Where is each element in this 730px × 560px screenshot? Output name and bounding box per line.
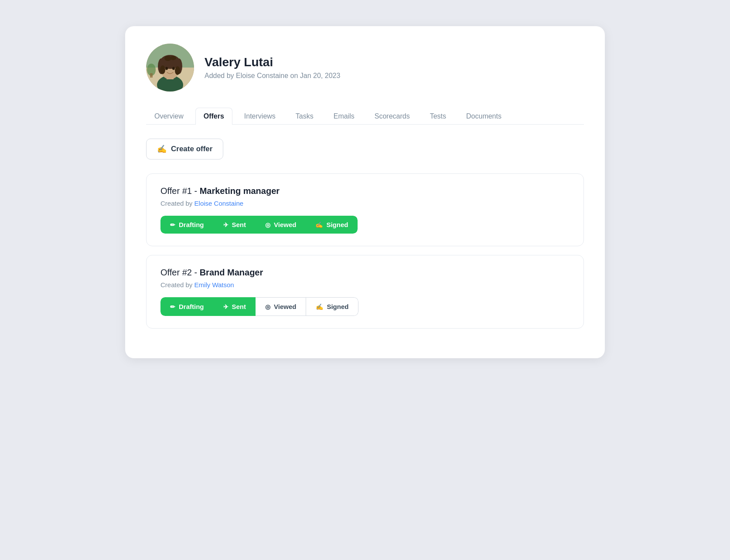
drafting-label: Drafting — [179, 221, 204, 228]
offer-2-status-bar: ✏ Drafting ✈ Sent ◎ Viewed ✍ Signed — [160, 297, 358, 316]
sent-icon: ✈ — [223, 221, 229, 228]
drafting-icon-2: ✏ — [170, 303, 175, 310]
tab-tests[interactable]: Tests — [422, 108, 454, 125]
offer-1-step-sent: ✈ Sent — [214, 216, 256, 234]
svg-point-12 — [165, 67, 168, 70]
offer-2-step-viewed: ◎ Viewed — [256, 297, 306, 316]
svg-point-9 — [175, 66, 180, 75]
sent-label-2: Sent — [232, 303, 246, 310]
offer-2-title: Offer #2 - Brand Manager — [160, 268, 570, 278]
offer-2-creator-link[interactable]: Emily Watson — [194, 281, 234, 288]
offer-1-step-drafting: ✏ Drafting — [160, 216, 214, 234]
viewed-icon-2: ◎ — [265, 303, 270, 310]
signed-icon: ✍ — [315, 221, 323, 228]
offer-card-1: Offer #1 - Marketing manager Created by … — [146, 173, 584, 246]
tab-scorecards[interactable]: Scorecards — [366, 108, 418, 125]
create-offer-icon: ✍ — [157, 144, 167, 154]
viewed-label: Viewed — [274, 221, 296, 228]
tabs-nav: Overview Offers Interviews Tasks Emails … — [146, 107, 584, 125]
offer-1-created: Created by Eloise Constaine — [160, 200, 570, 207]
offer-1-creator-link[interactable]: Eloise Constaine — [194, 200, 244, 207]
main-card: Valery Lutai Added by Eloise Constaine o… — [125, 26, 605, 358]
offer-1-status-bar: ✏ Drafting ✈ Sent ◎ Viewed ✍ Signed — [160, 216, 358, 234]
tab-documents[interactable]: Documents — [458, 108, 510, 125]
tab-overview[interactable]: Overview — [146, 108, 192, 125]
drafting-label-2: Drafting — [179, 303, 204, 310]
sent-icon-2: ✈ — [223, 303, 229, 310]
tab-offers[interactable]: Offers — [195, 108, 232, 125]
drafting-icon: ✏ — [170, 221, 175, 228]
offer-1-prefix: Offer #1 - — [160, 186, 200, 196]
profile-info: Valery Lutai Added by Eloise Constaine o… — [205, 55, 340, 80]
offer-1-role: Marketing manager — [200, 186, 280, 196]
tab-tasks[interactable]: Tasks — [287, 108, 322, 125]
svg-point-13 — [172, 67, 175, 70]
svg-point-8 — [160, 65, 165, 74]
svg-point-11 — [170, 56, 176, 60]
sent-label: Sent — [232, 221, 246, 228]
offer-2-step-signed: ✍ Signed — [306, 297, 358, 316]
offer-1-step-signed: ✍ Signed — [306, 216, 358, 234]
signed-label: Signed — [326, 221, 348, 228]
offer-1-step-viewed: ◎ Viewed — [256, 216, 306, 234]
signed-icon-2: ✍ — [316, 303, 323, 310]
offer-1-title: Offer #1 - Marketing manager — [160, 186, 570, 196]
profile-meta: Added by Eloise Constaine on Jan 20, 202… — [205, 72, 340, 80]
profile-name: Valery Lutai — [205, 55, 340, 69]
offer-2-prefix: Offer #2 - — [160, 268, 200, 277]
tab-interviews[interactable]: Interviews — [236, 108, 284, 125]
offer-2-step-drafting: ✏ Drafting — [160, 297, 214, 316]
profile-section: Valery Lutai Added by Eloise Constaine o… — [146, 44, 584, 92]
offer-2-created: Created by Emily Watson — [160, 281, 570, 288]
signed-label-2: Signed — [327, 303, 348, 310]
offer-card-2: Offer #2 - Brand Manager Created by Emil… — [146, 255, 584, 329]
tab-emails[interactable]: Emails — [325, 108, 363, 125]
create-offer-label: Create offer — [171, 145, 212, 153]
avatar — [146, 44, 194, 92]
viewed-label-2: Viewed — [274, 303, 296, 310]
svg-rect-15 — [150, 73, 153, 78]
offer-2-step-sent: ✈ Sent — [214, 297, 256, 316]
offer-2-role: Brand Manager — [200, 268, 263, 277]
create-offer-button[interactable]: ✍ Create offer — [146, 139, 223, 160]
viewed-icon: ◎ — [265, 221, 270, 228]
